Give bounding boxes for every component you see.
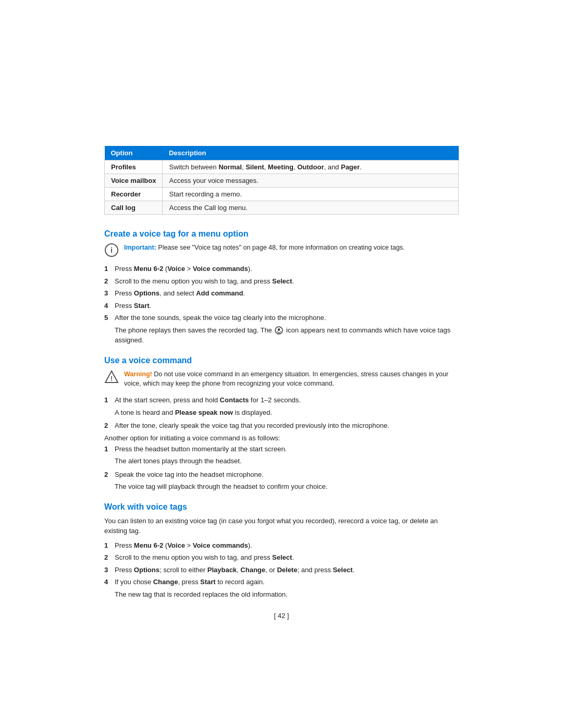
svg-rect-3: [278, 328, 280, 331]
step-num: 1: [104, 444, 112, 454]
section2-heading: Use a voice command: [104, 356, 459, 365]
step-num: 4: [104, 301, 112, 311]
alt-step1-note: The alert tones plays through the headse…: [115, 456, 459, 466]
step-content: Speak the voice tag into the headset mic…: [115, 470, 459, 480]
table-cell-description: Access the Call log menu.: [163, 201, 459, 215]
step-num: 3: [104, 288, 112, 299]
section2-steps-cont: 2 After the tone, clearly speak the voic…: [104, 421, 459, 431]
warning-label: Warning!: [124, 371, 152, 378]
step-num: 1: [104, 540, 112, 551]
section3-heading: Work with voice tags: [104, 502, 459, 512]
step-num: 1: [104, 395, 112, 405]
note-label-important: Important:: [124, 244, 156, 251]
step5-note: The phone replays then saves the recorde…: [115, 325, 459, 346]
section2-warning-text: Warning! Do not use voice command in an …: [124, 369, 459, 389]
step-item: 2 Scroll to the menu option you wish to …: [104, 552, 459, 563]
table-cell-option: Voice mailbox: [105, 174, 163, 188]
section-work-with-voice-tags: Work with voice tags You can listen to a…: [104, 502, 459, 600]
table-header-option: Option: [105, 146, 163, 161]
section1-steps: 1 Press Menu 6-2 (Voice > Voice commands…: [104, 264, 459, 323]
step-content: Press Start.: [115, 301, 459, 311]
step-content: After the tone sounds, speak the voice t…: [115, 313, 459, 323]
step-item: 5 After the tone sounds, speak the voice…: [104, 313, 459, 323]
step-item: 4 If you chose Change, press Start to re…: [104, 577, 459, 587]
svg-text:!: !: [111, 375, 113, 382]
step-num: 2: [104, 421, 112, 431]
step-num: 4: [104, 577, 112, 587]
step-num: 3: [104, 565, 112, 575]
step-num: 2: [104, 470, 112, 480]
table-cell-option: Profiles: [105, 161, 163, 174]
note-body: Please see "Voice tag notes" on page 48,…: [158, 244, 405, 251]
section3-intro: You can listen to an existing voice tag …: [104, 516, 459, 536]
table-row: Recorder Start recording a memo.: [105, 188, 459, 201]
step-item: 3 Press Options; scroll to either Playba…: [104, 565, 459, 575]
table-cell-option: Recorder: [105, 188, 163, 201]
section1-heading: Create a voice tag for a menu option: [104, 229, 459, 239]
step-num: 2: [104, 276, 112, 287]
step-num: 1: [104, 264, 112, 274]
step-item: 1 At the start screen, press and hold Co…: [104, 395, 459, 405]
section2-alt-steps: 1 Press the headset button momentarily a…: [104, 444, 459, 454]
info-icon: i: [104, 243, 119, 257]
step-content: Press the headset button momentarily at …: [115, 444, 459, 454]
table-header-description: Description: [163, 146, 459, 161]
section-use-voice-command: Use a voice command ! Warning! Do not us…: [104, 356, 459, 492]
step-num: 5: [104, 313, 112, 323]
step-content: Scroll to the menu option you wish to ta…: [115, 552, 459, 563]
step-content: Press Menu 6-2 (Voice > Voice commands).: [115, 540, 459, 551]
section1-note: i Important: Please see "Voice tag notes…: [104, 243, 459, 257]
table-row: Profiles Switch between Normal, Silent, …: [105, 161, 459, 174]
step-item: 1 Press Menu 6-2 (Voice > Voice commands…: [104, 264, 459, 274]
section2-alt-steps-cont: 2 Speak the voice tag into the headset m…: [104, 470, 459, 480]
table-cell-description: Access your voice messages.: [163, 174, 459, 188]
step1-note: A tone is heard and Please speak now is …: [115, 408, 459, 418]
step-content: After the tone, clearly speak the voice …: [115, 421, 459, 431]
section2-warning: ! Warning! Do not use voice command in a…: [104, 369, 459, 389]
step-content: Press Options; scroll to either Playback…: [115, 565, 459, 575]
section2-steps: 1 At the start screen, press and hold Co…: [104, 395, 459, 405]
table-row: Call log Access the Call log menu.: [105, 201, 459, 215]
step-num: 2: [104, 552, 112, 563]
warning-icon: !: [104, 369, 119, 384]
options-table: Option Description Profiles Switch betwe…: [104, 146, 459, 215]
page: Option Description Profiles Switch betwe…: [104, 0, 459, 728]
voice-tag-icon: [275, 326, 283, 335]
step-content: Scroll to the menu option you wish to ta…: [115, 276, 459, 287]
alt-step2-note: The voice tag will playback through the …: [115, 482, 459, 492]
section-create-voice-tag: Create a voice tag for a menu option i I…: [104, 229, 459, 346]
table-row: Voice mailbox Access your voice messages…: [105, 174, 459, 188]
step-item: 2 Scroll to the menu option you wish to …: [104, 276, 459, 287]
table-cell-description: Start recording a memo.: [163, 188, 459, 201]
svg-text:i: i: [111, 246, 113, 254]
table-cell-description: Switch between Normal, Silent, Meeting, …: [163, 161, 459, 174]
step-item: 1 Press the headset button momentarily a…: [104, 444, 459, 454]
section1-note-text: Important: Please see "Voice tag notes" …: [124, 243, 405, 253]
step-content: If you chose Change, press Start to reco…: [115, 577, 459, 587]
step-item: 3 Press Options, and select Add command.: [104, 288, 459, 299]
alt-steps-title: Another option for initiating a voice co…: [104, 434, 459, 442]
step-item: 1 Press Menu 6-2 (Voice > Voice commands…: [104, 540, 459, 551]
table-cell-option: Call log: [105, 201, 163, 215]
step-content: At the start screen, press and hold Cont…: [115, 395, 459, 405]
page-number: [ 42 ]: [104, 612, 459, 620]
section3-steps: 1 Press Menu 6-2 (Voice > Voice commands…: [104, 540, 459, 587]
step-content: Press Options, and select Add command.: [115, 288, 459, 299]
warning-body: Do not use voice command in an emergency…: [124, 371, 448, 388]
step-item: 2 After the tone, clearly speak the voic…: [104, 421, 459, 431]
step-content: Press Menu 6-2 (Voice > Voice commands).: [115, 264, 459, 274]
step4-note: The new tag that is recorded replaces th…: [115, 589, 459, 600]
step-item: 4 Press Start.: [104, 301, 459, 311]
step-item: 2 Speak the voice tag into the headset m…: [104, 470, 459, 480]
